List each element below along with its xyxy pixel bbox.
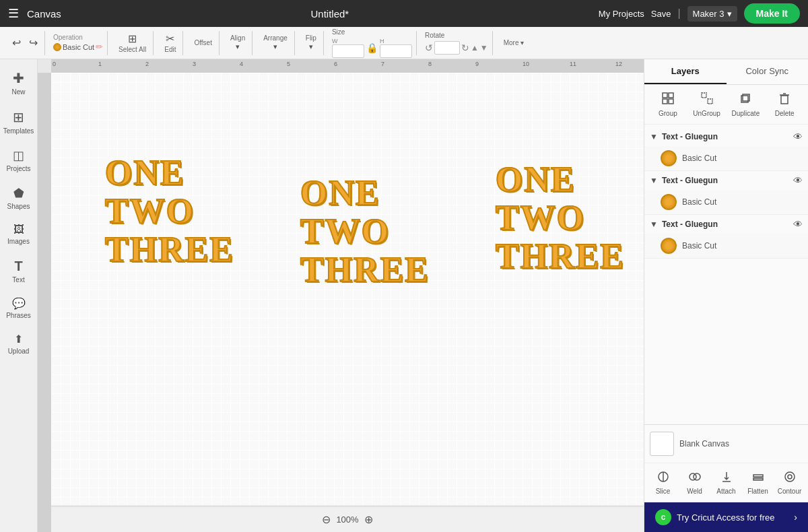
height-input-group: H: [380, 38, 412, 58]
height-input[interactable]: [380, 44, 412, 58]
layer-child-icon-2: [661, 194, 677, 210]
ruler-tick-2: 2: [145, 61, 149, 67]
sidebar-item-projects[interactable]: ◫ Projects: [2, 143, 36, 178]
layer-child-2[interactable]: Basic Cut: [644, 190, 808, 214]
flatten-icon: [751, 470, 765, 486]
delete-icon: [778, 92, 791, 108]
rotate-input[interactable]: [434, 41, 460, 55]
svg-rect-3: [669, 99, 673, 104]
undo-button[interactable]: ↩: [9, 35, 24, 51]
layer-child-icon-1: [661, 150, 677, 166]
layer-child-3[interactable]: Basic Cut: [644, 234, 808, 258]
machine-chevron-icon: ▾: [727, 9, 732, 19]
canvas-text-group3-line2: TWO: [496, 199, 625, 237]
contour-tool[interactable]: Contour: [774, 467, 805, 498]
flip-button[interactable]: Flip ▾: [303, 33, 319, 53]
layer-header-3[interactable]: ▼ Text - Gluegun 👁: [644, 215, 808, 234]
select-all-group: ⊞ Select All: [112, 31, 154, 55]
more-button[interactable]: More ▾: [501, 38, 527, 48]
sidebar-item-images-label: Images: [7, 238, 30, 245]
edit-icon: ✂: [166, 32, 174, 45]
svg-rect-17: [753, 478, 763, 480]
layer-header-1[interactable]: ▼ Text - Gluegun 👁: [644, 127, 808, 146]
slice-tool[interactable]: Slice: [647, 467, 679, 498]
lock-icon: 🔒: [366, 42, 378, 53]
ruler-tick-7: 7: [381, 61, 384, 67]
width-input[interactable]: [332, 44, 364, 58]
duplicate-tool[interactable]: Duplicate: [728, 89, 764, 120]
contour-icon: [783, 470, 797, 486]
layer-eye-2[interactable]: 👁: [793, 175, 803, 186]
layer-header-2[interactable]: ▼ Text - Gluegun 👁: [644, 171, 808, 190]
layer-child-icon-3: [661, 238, 677, 254]
sidebar-item-phrases[interactable]: 💬 Phrases: [2, 292, 36, 325]
arrange-chevron-icon: ▾: [273, 42, 277, 51]
weld-tool[interactable]: Weld: [679, 467, 710, 498]
edit-button[interactable]: ✂ Edit: [162, 31, 178, 55]
svg-rect-0: [663, 93, 667, 98]
ungroup-tool[interactable]: UnGroup: [689, 89, 725, 120]
delete-label: Delete: [775, 110, 795, 117]
sidebar-item-shapes[interactable]: ⬟ Shapes: [2, 180, 36, 215]
projects-icon: ◫: [13, 148, 24, 163]
duplicate-label: Duplicate: [732, 110, 760, 117]
offset-button[interactable]: Offset: [191, 38, 215, 48]
ruler-tick-0: 0: [53, 61, 56, 67]
text-group-2[interactable]: ONE TWO THREE: [300, 174, 430, 290]
sidebar-item-upload-label: Upload: [8, 347, 30, 355]
canvas-area[interactable]: 0 1 2 3 4 5 6 7 8 9 10 11 12 ONE TWO: [38, 59, 644, 532]
attach-label: Attach: [716, 488, 735, 495]
cricut-access-banner[interactable]: c Try Cricut Access for free ›: [644, 502, 808, 532]
layer-child-1[interactable]: Basic Cut: [644, 146, 808, 170]
text-group-3[interactable]: ONE TWO THREE: [496, 160, 625, 276]
delete-tool[interactable]: Delete: [766, 89, 803, 120]
my-projects-link[interactable]: My Projects: [599, 9, 644, 19]
operation-value[interactable]: Basic Cut ✏: [53, 42, 103, 52]
arrange-button[interactable]: Arrange ▾: [261, 33, 290, 53]
tab-color-sync[interactable]: Color Sync: [727, 59, 809, 84]
zoom-out-button[interactable]: ⊖: [322, 513, 331, 526]
layer-eye-1[interactable]: 👁: [793, 131, 803, 142]
sidebar-item-text-label: Text: [12, 276, 24, 284]
flatten-label: Flatten: [747, 488, 768, 495]
more-group: More ▾: [497, 31, 531, 55]
operation-text: Basic Cut: [63, 43, 94, 51]
ruler-left: [38, 73, 51, 532]
sidebar-item-templates[interactable]: ⊞ Templates: [2, 104, 36, 140]
sidebar-item-images[interactable]: 🖼 Images: [2, 218, 36, 251]
flip-chevron-icon: ▾: [309, 42, 313, 51]
canvas-text-group1-line1: ONE: [105, 154, 234, 192]
sidebar-item-text[interactable]: T Text: [2, 253, 36, 289]
make-it-button[interactable]: Make It: [744, 3, 800, 24]
tab-layers[interactable]: Layers: [644, 59, 727, 84]
more-label: More ▾: [504, 39, 525, 46]
machine-selector[interactable]: Maker 3 ▾: [687, 6, 737, 22]
sidebar-item-upload[interactable]: ⬆ Upload: [2, 327, 36, 360]
sidebar-item-shapes-label: Shapes: [7, 203, 30, 210]
cricut-logo: c: [655, 509, 671, 525]
align-button[interactable]: Align ▾: [228, 33, 248, 53]
hamburger-menu[interactable]: ☰: [8, 6, 19, 21]
select-all-button[interactable]: ⊞ Select All: [116, 31, 149, 55]
flatten-tool[interactable]: Flatten: [742, 467, 774, 498]
rotate-label: Rotate: [425, 32, 488, 39]
canvas-text-group2-line2: TWO: [300, 212, 430, 251]
save-button[interactable]: Save: [651, 9, 671, 19]
svg-rect-2: [663, 99, 667, 104]
text-group-1[interactable]: ONE TWO THREE: [105, 154, 234, 269]
group-tool[interactable]: Group: [650, 89, 686, 120]
layer-eye-3[interactable]: 👁: [793, 219, 803, 230]
canvas-grid[interactable]: ONE TWO THREE ONE TWO THREE ONE TWO THRE…: [51, 73, 644, 505]
slice-label: Slice: [656, 488, 671, 495]
layer-name-3: Text - Gluegun: [662, 220, 789, 229]
attach-tool[interactable]: Attach: [710, 467, 742, 498]
layer-child-name-2: Basic Cut: [682, 197, 716, 207]
redo-button[interactable]: ↪: [26, 35, 40, 51]
cricut-banner-text: Try Cricut Access for free: [677, 512, 788, 523]
zoom-in-button[interactable]: ⊕: [364, 513, 373, 526]
canvas-text-group1-line3: THREE: [105, 230, 234, 269]
sidebar-item-new[interactable]: ✚ New: [2, 65, 36, 101]
svg-rect-4: [702, 93, 706, 98]
ruler-tick-8: 8: [428, 61, 432, 67]
height-label: H: [380, 38, 412, 44]
